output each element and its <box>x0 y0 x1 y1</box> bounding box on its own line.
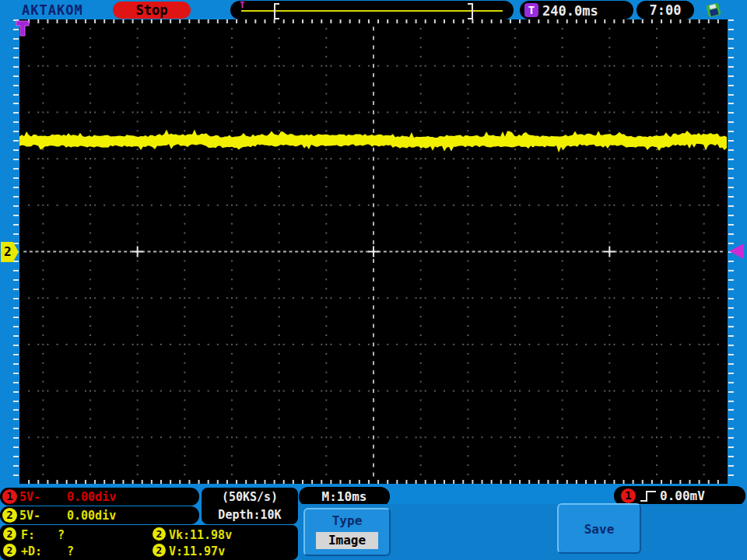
meas-label: Vk: <box>169 528 190 542</box>
oscilloscope-screen: { "top_bar": { "brand": "AKTAKOM", "run_… <box>0 0 747 560</box>
graticule-and-trace <box>19 19 728 484</box>
channel-2-badge: 2 <box>2 508 17 523</box>
usb-drive-icon <box>703 2 724 19</box>
window-left-bracket-icon <box>274 3 279 19</box>
meas-ch-badge: 2 <box>153 527 166 541</box>
trigger-position-value: 240.0ms <box>542 3 598 19</box>
record-length-line <box>241 10 503 12</box>
meas-value: ? <box>58 528 65 542</box>
meas-label: +D: <box>21 544 42 558</box>
ch2-status-pill: 2 5V- 0.00div <box>0 506 199 524</box>
type-label: Type <box>305 513 389 528</box>
meas-label: V: <box>169 544 183 558</box>
channel-1-badge: 1 <box>2 489 17 504</box>
record-depth: Depth:10K <box>202 506 298 524</box>
trigger-position-readout: T 240.0ms <box>520 1 633 19</box>
acquisition-pill: (50KS/s) Depth:10K <box>202 488 298 524</box>
brand-logo: AKTAKOM <box>22 2 83 18</box>
meas-value: ? <box>67 544 74 558</box>
meas-value: 11.98v <box>190 528 232 542</box>
run-stop-indicator[interactable]: Stop <box>113 2 191 19</box>
save-button[interactable]: Save <box>557 503 641 554</box>
soft-menu-strip: Type Image Save <box>299 504 747 560</box>
type-value-selected[interactable]: Image <box>316 532 378 549</box>
meas-ch-badge: 2 <box>3 527 16 541</box>
meas-label: F: <box>21 528 35 542</box>
measurements-pill: 2 F: ? 2 Vk: 11.98v 2 +D: ? 2 V: 11.97v <box>0 525 298 560</box>
trigger-t-icon: T <box>524 3 538 17</box>
ch2-offset: 0.00div <box>67 509 116 523</box>
trigger-position-marker-icon: T <box>240 1 245 10</box>
ch1-scale: 5V- <box>19 490 40 504</box>
meas-ch-badge: 2 <box>153 544 166 557</box>
rising-edge-icon <box>639 488 658 504</box>
ch1-offset: 0.00div <box>67 490 116 504</box>
waveform-display <box>19 19 728 484</box>
meas-value: 11.97v <box>183 544 225 558</box>
trigger-level-value: 0.00mV <box>660 488 705 503</box>
ch1-status-pill: 1 5V- 0.00div <box>0 488 199 506</box>
type-button[interactable]: Type Image <box>303 508 391 556</box>
ch2-scale: 5V- <box>19 509 40 523</box>
clock: 7:00 <box>637 1 694 19</box>
trigger-source-badge: 1 <box>621 488 636 503</box>
window-right-bracket-icon <box>468 3 473 19</box>
trigger-level-marker-icon[interactable] <box>729 243 744 259</box>
meas-ch-badge: 2 <box>3 544 16 557</box>
trigger-hpos-t-icon <box>16 19 31 38</box>
record-position-bar: T <box>230 1 514 19</box>
save-label: Save <box>559 522 640 537</box>
sample-rate: (50KS/s) <box>202 488 298 506</box>
